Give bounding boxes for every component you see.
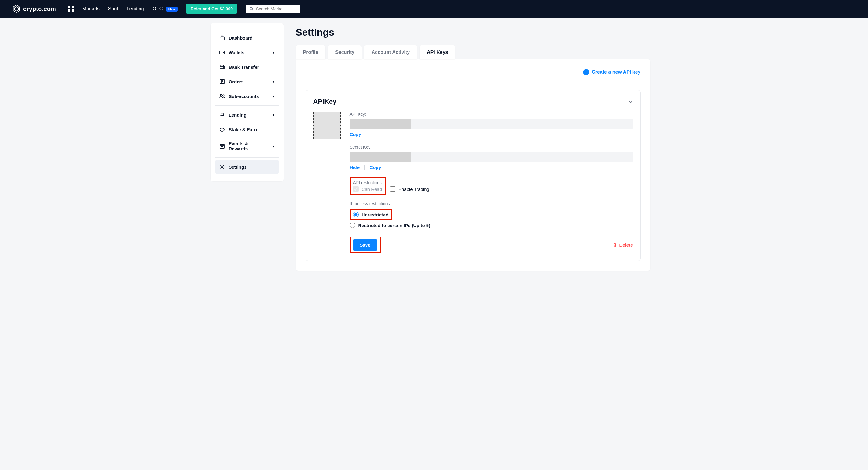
api-restrictions-label: API restrictions: [353, 180, 383, 185]
delete-link[interactable]: Delete [612, 242, 633, 247]
tab-profile[interactable]: Profile [296, 45, 326, 59]
trash-icon [612, 243, 617, 247]
can-read-checkbox[interactable] [353, 186, 359, 192]
chevron-down-icon: ▼ [272, 113, 275, 116]
orders-icon [219, 78, 225, 85]
delete-label: Delete [619, 242, 633, 247]
secret-key-value [350, 152, 633, 162]
api-key-label: API Key: [350, 112, 633, 116]
sidebar-item-label: Sub-accounts [229, 94, 259, 99]
sidebar-item-label: Orders [229, 79, 244, 84]
nav-lending[interactable]: Lending [127, 6, 144, 11]
sidebar: Dashboard Wallets ▼ Bank Transfer Orders… [211, 23, 284, 181]
new-badge: New [166, 7, 178, 11]
restricted-radio[interactable] [350, 223, 355, 228]
wallet-icon [219, 49, 225, 56]
chevron-down-icon: ▼ [272, 95, 275, 98]
chevron-down-icon: ▼ [272, 144, 275, 148]
sidebar-divider [215, 105, 279, 106]
refer-button[interactable]: Refer and Get $2,000 [186, 4, 237, 14]
create-api-key-link[interactable]: + Create a new API key [583, 69, 641, 75]
svg-point-6 [250, 7, 253, 10]
piggy-icon [219, 126, 225, 132]
svg-point-21 [220, 128, 224, 131]
nav-spot[interactable]: Spot [108, 6, 118, 11]
settings-panel: + Create a new API key APIKey API Key: [296, 59, 650, 271]
search-input-wrapper[interactable] [246, 5, 301, 13]
sidebar-item-label: Wallets [229, 50, 245, 55]
plus-circle-icon: + [583, 69, 589, 75]
sidebar-divider [215, 157, 279, 158]
lending-icon [219, 112, 225, 118]
svg-rect-3 [71, 6, 74, 8]
chevron-down-icon: ▼ [272, 80, 275, 83]
sidebar-item-label: Bank Transfer [229, 65, 259, 70]
tab-api-keys[interactable]: API Keys [420, 45, 455, 59]
save-button[interactable]: Save [353, 239, 377, 250]
sidebar-item-bank-transfer[interactable]: Bank Transfer [215, 60, 279, 74]
svg-point-9 [223, 53, 224, 53]
highlight-api-restrictions: API restrictions: Can Read [350, 177, 386, 195]
sidebar-item-wallets[interactable]: Wallets ▼ [215, 45, 279, 60]
calendar-icon [219, 143, 225, 149]
svg-rect-4 [68, 9, 70, 11]
sidebar-item-subaccounts[interactable]: Sub-accounts ▼ [215, 89, 279, 103]
sidebar-item-label: Events & Rewards [229, 141, 269, 151]
bank-icon [219, 64, 225, 70]
enable-trading-checkbox[interactable] [390, 186, 396, 192]
svg-marker-0 [13, 5, 20, 13]
sidebar-item-stake-earn[interactable]: Stake & Earn [215, 122, 279, 137]
unrestricted-label: Unrestricted [362, 212, 389, 217]
api-key-card: APIKey API Key: Copy Secret Key: [306, 90, 641, 261]
page-title: Settings [296, 27, 650, 38]
create-api-key-label: Create a new API key [592, 69, 641, 75]
chevron-down-icon[interactable] [628, 99, 633, 104]
svg-point-18 [220, 94, 222, 96]
hide-secret-link[interactable]: Hide [350, 165, 360, 170]
svg-rect-2 [68, 6, 70, 8]
copy-secret-link[interactable]: Copy [370, 165, 381, 170]
secret-key-label: Secret Key: [350, 144, 633, 149]
users-icon [219, 93, 225, 99]
card-title: APIKey [313, 98, 337, 106]
sidebar-item-orders[interactable]: Orders ▼ [215, 74, 279, 89]
qr-code-placeholder [313, 112, 341, 139]
separator: | [364, 165, 365, 170]
main-content: Settings Profile Security Account Activi… [284, 18, 663, 280]
nav-otc-label: OTC [153, 6, 163, 11]
sidebar-item-settings[interactable]: Settings [215, 160, 279, 174]
nav-otc[interactable]: OTC New [153, 6, 178, 11]
can-read-label: Can Read [362, 187, 382, 192]
gear-icon [219, 164, 225, 170]
logo-icon [12, 5, 21, 13]
highlight-unrestricted: Unrestricted [350, 209, 392, 220]
nav-markets[interactable]: Markets [82, 6, 100, 11]
ip-restrictions-label: IP access restrictions: [350, 201, 633, 206]
sidebar-item-dashboard[interactable]: Dashboard [215, 30, 279, 45]
svg-rect-5 [71, 9, 74, 11]
copy-api-key-link[interactable]: Copy [350, 132, 361, 137]
unrestricted-radio[interactable] [353, 212, 359, 217]
brand-logo[interactable]: crypto.com [12, 5, 56, 13]
enable-trading-label: Enable Trading [399, 187, 429, 192]
tabs: Profile Security Account Activity API Ke… [296, 45, 650, 59]
tab-account-activity[interactable]: Account Activity [364, 45, 417, 59]
sidebar-item-events[interactable]: Events & Rewards ▼ [215, 137, 279, 156]
sidebar-item-label: Dashboard [229, 35, 253, 40]
svg-point-27 [221, 166, 223, 168]
tab-security[interactable]: Security [328, 45, 362, 59]
sidebar-item-label: Stake & Earn [229, 127, 257, 132]
svg-point-22 [223, 129, 223, 129]
svg-marker-1 [14, 7, 18, 11]
brand-name: crypto.com [23, 5, 56, 12]
search-input[interactable] [256, 6, 297, 11]
highlight-save: Save [350, 237, 380, 253]
svg-line-7 [252, 10, 253, 11]
svg-point-20 [221, 113, 223, 114]
sidebar-item-lending[interactable]: Lending ▼ [215, 107, 279, 122]
search-icon [249, 7, 253, 11]
api-key-value [350, 119, 633, 129]
apps-icon[interactable] [68, 6, 74, 11]
chevron-down-icon: ▼ [272, 51, 275, 54]
home-icon [219, 35, 225, 41]
